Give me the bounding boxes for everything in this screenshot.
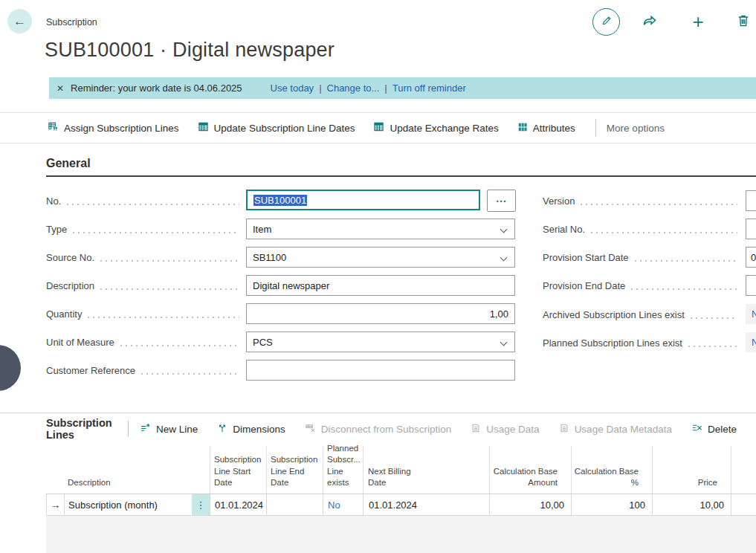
dotted-leader [67, 204, 239, 206]
dotted-leader [688, 346, 737, 348]
quantity-input[interactable]: 1,00 [246, 303, 515, 324]
dimensions-icon [217, 423, 227, 436]
column-header-calc-base-amount[interactable]: Calculation Base Amount [489, 444, 564, 492]
field-type: Type [46, 219, 245, 239]
source-no-dropdown[interactable]: SB1100 [246, 247, 515, 268]
disconnect-from-subscription-button[interactable]: Disconnect from Subscription [305, 422, 452, 436]
edit-button[interactable] [592, 8, 620, 36]
column-header-start-date[interactable]: Subscription Line Start Date [210, 444, 266, 492]
customer-reference-input[interactable] [246, 360, 515, 381]
dotted-leader [100, 260, 239, 262]
column-label: Subscription Line End Date [271, 454, 323, 489]
update-exchange-rates-button[interactable]: Update Exchange Rates [373, 121, 498, 135]
general-section-title[interactable]: General [46, 157, 91, 170]
delete-line-button[interactable]: Delete [691, 422, 737, 436]
change-to-link[interactable]: Change to... [327, 83, 380, 94]
column-label: Planned Subscr... Line exists [327, 443, 363, 489]
archived-lines-exist-value[interactable]: N [746, 304, 756, 324]
attributes-grid-icon [517, 122, 528, 135]
action-bar: Assign Subscription Lines Update Subscri… [0, 112, 756, 143]
share-button[interactable] [642, 14, 658, 30]
link-separator: | [384, 83, 387, 94]
provision-start-date-input[interactable]: 0 [746, 247, 756, 268]
cell-planned-exists[interactable]: No [323, 494, 363, 515]
breadcrumb[interactable]: Subscription [46, 17, 97, 28]
column-header-planned-exists[interactable]: Planned Subscr... Line exists [323, 444, 363, 492]
assign-subscription-lines-button[interactable]: Assign Subscription Lines [48, 121, 179, 135]
more-options-button[interactable]: More options [607, 123, 665, 134]
cell-separator [210, 494, 210, 515]
no-input[interactable]: SUB100001 [246, 190, 480, 210]
description-input[interactable]: Digital newspaper [246, 275, 515, 296]
serial-no-input[interactable] [746, 219, 756, 239]
side-panel-handle[interactable] [0, 345, 21, 391]
new-line-button[interactable]: New Line [140, 422, 198, 436]
subscription-lines-title[interactable]: Subscription Lines [46, 417, 128, 441]
cell-start-date[interactable]: 01.01.2024 [210, 494, 266, 515]
cell-separator [363, 494, 364, 515]
cell-separator [652, 494, 653, 515]
usage-data-metadata-button[interactable]: Usage Data Metadata [559, 423, 672, 436]
column-separator [652, 446, 653, 494]
dotted-leader [631, 288, 737, 291]
cell-text: Subscription (month) [68, 499, 158, 511]
attributes-button[interactable]: Attributes [517, 122, 575, 135]
delete-button[interactable] [735, 13, 752, 30]
toolbar-label: Delete [708, 424, 737, 435]
column-separator [266, 446, 267, 494]
unit-of-measure-dropdown[interactable]: PCS [246, 332, 515, 352]
cell-calc-base-pct[interactable]: 100 [572, 494, 652, 515]
no-assist-edit-button[interactable]: ... [487, 190, 516, 212]
update-subscription-line-dates-button[interactable]: Update Subscription Line Dates [198, 121, 355, 135]
cell-price[interactable]: 10,00 [653, 494, 731, 515]
link-separator: | [319, 83, 321, 94]
column-header-end-date[interactable]: Subscription Line End Date [266, 444, 323, 492]
column-header-price[interactable]: Price [652, 444, 724, 492]
provision-end-date-input[interactable] [746, 275, 756, 296]
banner-close-icon[interactable]: ✕ [56, 83, 64, 94]
current-row-marker: → [47, 494, 64, 515]
field-archived-lines-exist: Archived Subscription Lines exist [543, 304, 743, 325]
dimensions-button[interactable]: Dimensions [217, 423, 285, 436]
back-button[interactable]: ← [7, 9, 32, 33]
toolbar-label: Disconnect from Subscription [321, 424, 452, 435]
serial-no-label: Serial No. [543, 224, 585, 235]
reminder-message: Reminder: your work date is 04.06.2025 [71, 83, 242, 94]
row-options-button[interactable]: ⋮ [192, 494, 210, 515]
planned-lines-exist-value[interactable]: N [746, 332, 756, 352]
cell-text: 01.01.2024 [215, 499, 263, 511]
toolbar-label: Usage Data [486, 424, 539, 435]
type-dropdown[interactable]: Item [246, 219, 515, 239]
turn-off-reminder-link[interactable]: Turn off reminder [392, 83, 466, 94]
column-label: Next Billing Date [368, 466, 430, 489]
column-separator [489, 446, 490, 494]
back-arrow-icon: ← [13, 14, 26, 29]
field-provision-end-date: Provision End Date [543, 275, 743, 296]
archived-lines-exist-text: N [752, 308, 756, 320]
type-label: Type [46, 224, 67, 235]
field-version: Version [543, 190, 743, 211]
action-label: Attributes [533, 123, 575, 134]
planned-lines-exist-label: Planned Subscription Lines exist [543, 337, 682, 349]
cell-calc-base-amount[interactable]: 10,00 [490, 494, 571, 515]
column-label: Calculation Base % [571, 466, 639, 489]
provision-end-date-label: Provision End Date [543, 280, 625, 291]
cell-description[interactable]: Subscription (month) [64, 494, 192, 515]
no-input-selected-text: SUB100001 [253, 195, 307, 206]
use-today-link[interactable]: Use today [271, 83, 314, 94]
usage-data-metadata-icon [559, 423, 569, 436]
trash-icon [736, 13, 751, 30]
column-label: Description [68, 477, 111, 489]
cell-end-date[interactable] [267, 494, 323, 515]
version-input[interactable] [746, 190, 756, 211]
new-button[interactable]: + [689, 13, 707, 30]
column-header-description[interactable]: Description [64, 444, 210, 492]
cell-text: 10,00 [540, 499, 564, 511]
table-grid-icon [198, 121, 209, 135]
cell-next-billing[interactable]: 01.01.2024 [364, 494, 489, 515]
grid-empty-area [46, 516, 756, 553]
column-header-next-billing[interactable]: Next Billing Date [363, 444, 430, 492]
column-header-calc-base-pct[interactable]: Calculation Base % [571, 444, 645, 492]
provision-start-date-value: 0 [751, 252, 756, 263]
usage-data-button[interactable]: Usage Data [471, 423, 539, 436]
